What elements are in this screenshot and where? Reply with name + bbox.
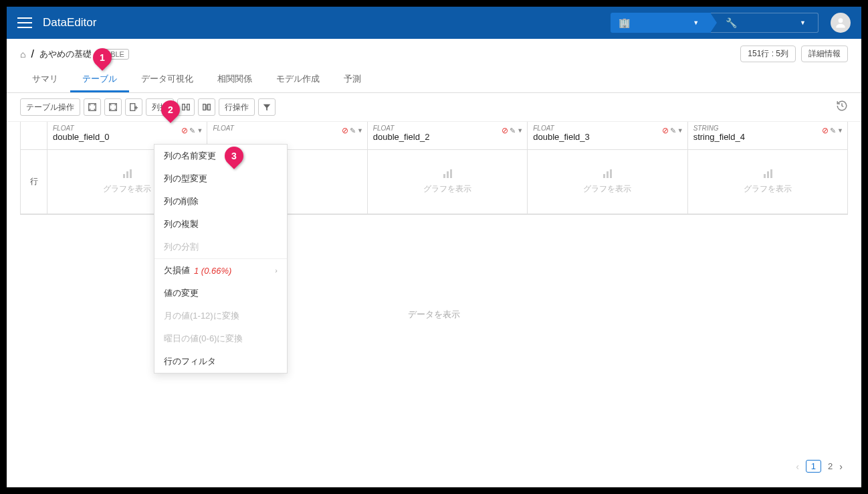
row-index-column: 行: [21, 122, 47, 214]
top-right: 🏢 ▼ 🔧 ▼: [611, 13, 851, 33]
menu-month: 月の値(1-12)に変換: [154, 305, 287, 327]
warning-icon: ⊘: [822, 126, 829, 135]
data-area: データを表示: [7, 215, 861, 456]
page-1[interactable]: 1: [806, 460, 821, 473]
column-header[interactable]: FLOAT double_field_3 ⊘✎▼: [528, 122, 687, 150]
building-icon: 🏢: [619, 17, 630, 28]
wrench-icon: 🔧: [726, 17, 737, 28]
menu-weekday: 曜日の値(0-6)に変換: [154, 327, 287, 350]
breadcrumb-item[interactable]: あやめの基礎: [39, 48, 92, 60]
warning-icon: ⊘: [181, 126, 188, 135]
svg-rect-6: [203, 104, 206, 110]
collapse-icon[interactable]: [104, 98, 122, 116]
warning-icon: ⊘: [502, 126, 508, 135]
tab-model[interactable]: モデル作成: [264, 66, 332, 92]
data-placeholder[interactable]: データを表示: [408, 309, 460, 321]
edit-icon[interactable]: ✎: [830, 127, 836, 135]
pagination: ‹ 1 2 ›: [796, 460, 843, 473]
menu-duplicate[interactable]: 列の複製: [154, 213, 287, 236]
chevron-down-icon[interactable]: ▼: [197, 127, 203, 134]
svg-rect-7: [208, 104, 211, 110]
menu-change-value[interactable]: 値の変更: [154, 282, 287, 305]
svg-rect-5: [187, 104, 190, 110]
column-header[interactable]: STRING string_field_4 ⊘✎▼: [688, 122, 847, 150]
menu-delete[interactable]: 列の削除: [154, 190, 287, 213]
column-context-menu: 列の名前変更 列の型変更 列の削除 列の複製 列の分割 欠損値 1 (0.66%…: [154, 144, 288, 374]
chevron-down-icon[interactable]: ▼: [357, 127, 363, 134]
svg-rect-18: [767, 171, 769, 178]
column-3: FLOAT double_field_3 ⊘✎▼ グラフを表示: [528, 122, 687, 214]
svg-point-0: [839, 18, 843, 23]
row-label: 行: [21, 150, 47, 214]
menu-filter[interactable]: 行のフィルタ: [154, 350, 287, 373]
svg-rect-9: [126, 171, 128, 178]
svg-rect-16: [610, 169, 612, 178]
svg-rect-12: [447, 171, 449, 178]
filter-icon[interactable]: [258, 98, 276, 116]
svg-rect-4: [183, 104, 185, 110]
svg-rect-3: [130, 104, 135, 111]
column-4: STRING string_field_4 ⊘✎▼ グラフを表示: [688, 122, 847, 214]
split-icon[interactable]: [198, 98, 215, 116]
page-2[interactable]: 2: [828, 461, 833, 471]
tab-visualize[interactable]: データ可視化: [129, 66, 205, 92]
history-icon[interactable]: [836, 100, 848, 114]
svg-rect-15: [607, 171, 609, 178]
svg-rect-17: [764, 174, 766, 178]
add-column-icon[interactable]: [125, 98, 142, 116]
menu-missing[interactable]: 欠損値 1 (0.66%) ›: [154, 259, 287, 282]
top-bar: DataEditor 🏢 ▼ 🔧 ▼: [7, 7, 861, 39]
edit-icon[interactable]: ✎: [350, 127, 356, 135]
svg-rect-19: [770, 169, 772, 178]
prev-page: ‹: [796, 461, 799, 472]
warning-icon: ⊘: [342, 126, 348, 135]
user-avatar[interactable]: [831, 13, 851, 33]
next-page[interactable]: ›: [839, 461, 843, 472]
chevron-down-icon: ▼: [800, 19, 806, 26]
chevron-down-icon[interactable]: ▼: [837, 127, 843, 134]
menu-split: 列の分割: [154, 236, 287, 258]
tab-correlation[interactable]: 相関関係: [205, 66, 264, 92]
data-table: 行 FLOAT double_field_0 ⊘✎▼ グラフを表示 FLOAT …: [20, 122, 848, 215]
chart-cell[interactable]: グラフを表示: [528, 150, 687, 214]
row-ops-button[interactable]: 行操作: [219, 98, 255, 116]
breadcrumb-sep: /: [31, 48, 33, 60]
chevron-down-icon[interactable]: ▼: [517, 127, 523, 134]
rowcol-info[interactable]: 151行 : 5列: [740, 46, 796, 62]
workspace-selector[interactable]: 🏢 ▼: [611, 13, 711, 33]
toolbar: テーブル操作 列操 行操作: [7, 93, 861, 122]
svg-rect-11: [443, 174, 445, 178]
svg-rect-10: [130, 169, 132, 178]
column-2: FLOAT double_field_2 ⊘✎▼ グラフを表示: [368, 122, 528, 214]
menu-icon[interactable]: [17, 17, 32, 28]
tool-selector[interactable]: 🔧 ▼: [711, 13, 819, 33]
svg-rect-13: [450, 169, 452, 178]
chevron-down-icon[interactable]: ▼: [677, 127, 683, 134]
expand-icon[interactable]: [84, 98, 101, 116]
chevron-down-icon: ▼: [693, 19, 699, 26]
menu-rename[interactable]: 列の名前変更: [154, 145, 287, 167]
chart-cell[interactable]: グラフを表示: [368, 150, 527, 214]
breadcrumb-bar: ⌂ / あやめの基礎 TABLE 151行 : 5列 詳細情報: [7, 39, 861, 66]
tabs: サマリ テーブル データ可視化 相関関係 モデル作成 予測: [7, 66, 861, 93]
svg-rect-8: [123, 174, 125, 178]
tab-predict[interactable]: 予測: [332, 66, 373, 92]
column-header[interactable]: FLOAT double_field_2 ⊘✎▼: [368, 122, 527, 150]
menu-retype[interactable]: 列の型変更: [154, 167, 287, 190]
svg-rect-14: [603, 174, 605, 178]
app-title: DataEditor: [43, 16, 611, 29]
edit-icon[interactable]: ✎: [189, 127, 195, 135]
table-ops-button[interactable]: テーブル操作: [20, 98, 80, 116]
edit-icon[interactable]: ✎: [670, 127, 676, 135]
edit-icon[interactable]: ✎: [510, 127, 516, 135]
chart-cell[interactable]: グラフを表示: [688, 150, 847, 214]
warning-icon: ⊘: [662, 126, 669, 135]
tab-summary[interactable]: サマリ: [20, 66, 70, 92]
detail-button[interactable]: 詳細情報: [801, 46, 848, 62]
tab-table[interactable]: テーブル: [70, 66, 129, 92]
home-icon[interactable]: ⌂: [20, 49, 25, 60]
chevron-right-icon: ›: [275, 266, 278, 274]
